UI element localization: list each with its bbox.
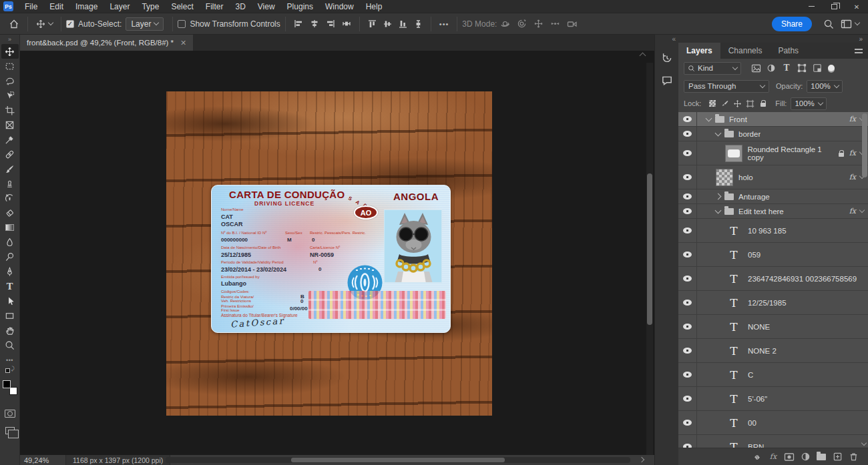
- blend-mode-dropdown[interactable]: Pass Through: [684, 80, 769, 93]
- vertical-scrollbar[interactable]: [646, 63, 653, 455]
- layer-row-text[interactable]: BRN: [678, 435, 868, 448]
- document-image-wood-background[interactable]: CARTA DE CONDUÇÃO DRIVING LICENCE ANGOLA…: [166, 91, 492, 416]
- lock-image-pixels-button[interactable]: [719, 98, 730, 109]
- edit-toolbar-button[interactable]: [6, 355, 13, 364]
- brush-tool[interactable]: [1, 161, 19, 176]
- new-layer-button[interactable]: [829, 450, 845, 464]
- menu-select[interactable]: Select: [165, 0, 199, 13]
- visibility-toggle[interactable]: [678, 219, 697, 242]
- lock-artboard-button[interactable]: [744, 98, 756, 109]
- visibility-toggle[interactable]: [678, 141, 697, 165]
- menu-plugins[interactable]: Plugins: [281, 0, 319, 13]
- layer-thumbnail[interactable]: [716, 169, 733, 186]
- layer-row-text[interactable]: NONE: [678, 315, 868, 339]
- auto-select-target-dropdown[interactable]: Layer: [126, 17, 164, 31]
- swap-colors-icon[interactable]: [5, 368, 15, 375]
- visibility-toggle[interactable]: [678, 339, 697, 362]
- tab-layers[interactable]: Layers: [678, 43, 720, 59]
- layer-row-text[interactable]: 10 963 185: [678, 219, 868, 243]
- crop-tool[interactable]: [1, 103, 19, 117]
- dodge-tool[interactable]: [1, 250, 19, 264]
- menu-3d[interactable]: 3D: [229, 0, 251, 13]
- layer-row-text[interactable]: 5'-06": [678, 387, 868, 411]
- comments-panel-button[interactable]: [658, 72, 676, 89]
- layer-row-text[interactable]: 00: [678, 411, 868, 435]
- menu-view[interactable]: View: [252, 0, 281, 13]
- tab-channels[interactable]: Channels: [720, 43, 771, 59]
- distribute-horizontal-button[interactable]: [339, 15, 355, 33]
- visibility-toggle[interactable]: [678, 435, 697, 448]
- pen-tool[interactable]: [1, 264, 19, 279]
- close-button[interactable]: [845, 0, 868, 13]
- marquee-tool[interactable]: [1, 59, 19, 73]
- fx-badge[interactable]: [849, 207, 856, 215]
- opacity-field[interactable]: 100%: [807, 80, 842, 93]
- visibility-toggle[interactable]: [678, 291, 697, 314]
- hand-tool[interactable]: [1, 323, 19, 338]
- 3d-orbit-button[interactable]: [497, 15, 513, 33]
- layer-row-text[interactable]: C: [678, 363, 868, 387]
- lock-all-button[interactable]: [757, 98, 769, 109]
- visibility-toggle[interactable]: [678, 267, 697, 290]
- layer-row-rounded-rectangle[interactable]: Rounded Rectangle 1 copy: [678, 141, 868, 165]
- align-left-edges-button[interactable]: [290, 15, 306, 33]
- filter-smart-objects-button[interactable]: [811, 62, 824, 74]
- foreground-color-swatch[interactable]: [3, 380, 11, 388]
- 3d-pan-button[interactable]: [530, 15, 547, 33]
- clone-stamp-tool[interactable]: [1, 176, 19, 191]
- align-top-edges-button[interactable]: [365, 15, 380, 33]
- visibility-toggle[interactable]: [678, 315, 697, 338]
- 3d-slide-button[interactable]: [547, 15, 564, 33]
- quick-mask-button[interactable]: [5, 410, 15, 418]
- delete-layer-button[interactable]: [845, 450, 861, 464]
- menu-layer[interactable]: Layer: [103, 0, 136, 13]
- zoom-tool[interactable]: [1, 338, 19, 352]
- document-tab[interactable]: front&back.psd @ 49,2% (Front, RGB/8#) *…: [20, 35, 193, 51]
- panel-menu-icon[interactable]: [855, 49, 863, 53]
- history-panel-button[interactable]: [658, 49, 676, 67]
- eraser-tool[interactable]: [1, 205, 19, 220]
- visibility-toggle[interactable]: [678, 112, 697, 126]
- screen-mode-button[interactable]: [5, 427, 15, 434]
- frame-tool[interactable]: [1, 117, 19, 132]
- layer-row-text[interactable]: 12/25/1985: [678, 291, 868, 315]
- link-layers-button[interactable]: [749, 450, 765, 464]
- filter-shape-layers-button[interactable]: [795, 62, 809, 74]
- fill-field[interactable]: 100%: [791, 97, 826, 110]
- collapsed-chevron-icon[interactable]: [715, 193, 722, 200]
- type-tool[interactable]: T: [1, 279, 19, 294]
- 3d-roll-button[interactable]: [513, 15, 530, 33]
- layer-style-button[interactable]: [765, 450, 781, 464]
- gradient-tool[interactable]: [1, 220, 19, 235]
- fx-badge[interactable]: [849, 173, 856, 181]
- expand-chevron-icon[interactable]: [715, 129, 722, 136]
- filter-adjustment-layers-button[interactable]: [765, 62, 778, 74]
- align-vertical-centers-button[interactable]: [380, 15, 395, 33]
- layer-row-edit-text-here[interactable]: Edit text here: [678, 204, 868, 219]
- align-right-edges-button[interactable]: [322, 15, 339, 33]
- object-selection-tool[interactable]: [1, 88, 19, 103]
- lock-position-button[interactable]: [732, 98, 743, 109]
- blur-tool[interactable]: [1, 235, 19, 250]
- rectangle-tool[interactable]: [1, 308, 19, 323]
- menu-type[interactable]: Type: [136, 0, 165, 13]
- vertical-scrollbar-thumb[interactable]: [647, 173, 652, 325]
- menu-window[interactable]: Window: [319, 0, 360, 13]
- visibility-toggle[interactable]: [678, 127, 697, 141]
- history-brush-tool[interactable]: [1, 191, 19, 205]
- scroll-up-chevron-icon[interactable]: [640, 53, 646, 59]
- search-button[interactable]: [820, 15, 837, 33]
- add-layer-mask-button[interactable]: [781, 450, 797, 464]
- visibility-toggle[interactable]: [678, 387, 697, 410]
- ps-logo[interactable]: Ps: [3, 1, 13, 11]
- canvas-area[interactable]: CARTA DE CONDUÇÃO DRIVING LICENCE ANGOLA…: [20, 51, 654, 455]
- menu-image[interactable]: Image: [69, 0, 103, 13]
- align-horizontal-centers-button[interactable]: [306, 15, 322, 33]
- new-group-button[interactable]: [813, 450, 829, 464]
- horizontal-scrollbar[interactable]: [166, 457, 630, 463]
- 3d-camera-button[interactable]: [564, 15, 581, 33]
- expand-chevron-icon[interactable]: [706, 115, 712, 121]
- menu-edit[interactable]: Edit: [43, 0, 69, 13]
- lock-transparent-pixels-button[interactable]: [706, 98, 718, 109]
- layer-row-text[interactable]: 059: [678, 243, 868, 267]
